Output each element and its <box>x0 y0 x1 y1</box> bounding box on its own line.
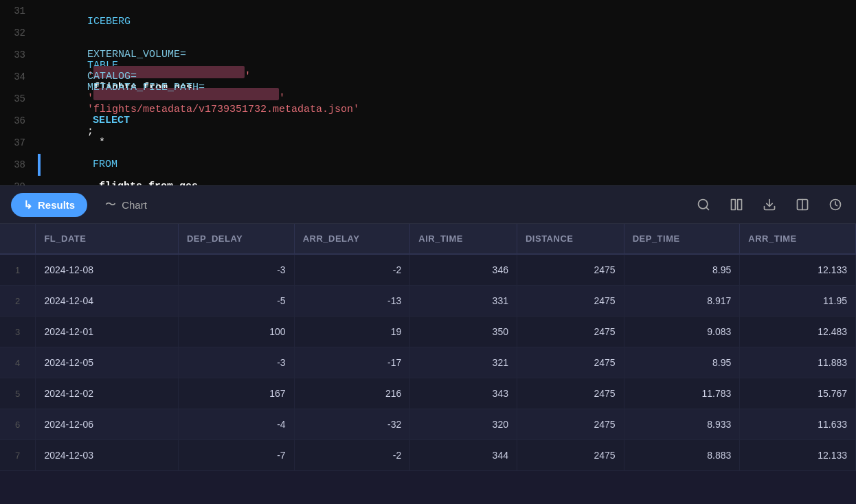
cell-air-time: 343 <box>410 378 517 409</box>
cell-arr-time: 11.883 <box>740 347 856 378</box>
toolbar-icons <box>694 195 845 214</box>
cell-rownum: 6 <box>0 409 36 440</box>
columns-icon[interactable] <box>727 195 746 214</box>
cell-distance: 2475 <box>517 317 624 347</box>
cell-distance: 2475 <box>517 347 624 378</box>
table-row: 3 2024-12-01 100 19 350 2475 9.083 12.48… <box>0 317 856 347</box>
cell-rownum: 5 <box>0 378 36 409</box>
cell-dep-time: 9.083 <box>624 317 740 347</box>
cell-dep-time: 8.95 <box>624 347 740 378</box>
cell-fl-date: 2024-12-02 <box>36 378 179 409</box>
table-header-row: FL_DATE DEP_DELAY ARR_DELAY AIR_TIME DIS… <box>0 224 856 254</box>
cell-dep-delay: -4 <box>178 409 294 440</box>
download-icon[interactable] <box>760 195 779 214</box>
svg-line-1 <box>706 207 709 210</box>
tab-bar: ↳ Results 〜 Chart <box>0 185 856 224</box>
cell-dep-time: 8.917 <box>624 286 740 317</box>
cell-arr-delay: -17 <box>294 347 410 378</box>
results-arrow-icon: ↳ <box>23 198 32 211</box>
col-header-dep-time: DEP_TIME <box>624 224 740 254</box>
cell-arr-delay: -32 <box>294 409 410 440</box>
cell-arr-time: 15.767 <box>740 378 856 409</box>
cell-dep-delay: 167 <box>178 378 294 409</box>
cell-arr-delay: -13 <box>294 286 410 317</box>
cell-arr-time: 12.483 <box>740 317 856 347</box>
cell-dep-time: 8.95 <box>624 254 740 286</box>
svg-rect-2 <box>732 200 736 210</box>
cell-dep-delay: 100 <box>178 317 294 347</box>
search-icon[interactable] <box>694 195 713 214</box>
cell-arr-time: 11.95 <box>740 286 856 317</box>
cell-dep-time: 11.783 <box>624 378 740 409</box>
table-row: 6 2024-12-06 -4 -32 320 2475 8.933 11.63… <box>0 409 856 440</box>
history-icon[interactable] <box>826 195 845 214</box>
chart-wave-icon: 〜 <box>105 198 116 212</box>
cell-fl-date: 2024-12-08 <box>36 254 179 286</box>
col-header-dep-delay: DEP_DELAY <box>178 224 294 254</box>
table-row: 5 2024-12-02 167 216 343 2475 11.783 15.… <box>0 378 856 409</box>
cell-dep-time: 8.883 <box>624 440 740 471</box>
cell-air-time: 321 <box>410 347 517 378</box>
cell-rownum: 2 <box>0 286 36 317</box>
col-header-fl-date: FL_DATE <box>36 224 179 254</box>
cell-arr-time: 11.633 <box>740 409 856 440</box>
cell-rownum: 1 <box>0 254 36 286</box>
cell-distance: 2475 <box>517 409 624 440</box>
table-row: 2 2024-12-04 -5 -13 331 2475 8.917 11.95 <box>0 286 856 317</box>
cell-rownum: 3 <box>0 317 36 347</box>
col-header-rownum <box>0 224 36 254</box>
cell-arr-time: 12.133 <box>740 440 856 471</box>
cell-arr-delay: 19 <box>294 317 410 347</box>
svg-rect-3 <box>738 200 742 210</box>
cell-air-time: 350 <box>410 317 517 347</box>
cell-distance: 2475 <box>517 440 624 471</box>
code-line-38: 38 SELECT * FROM flights_from_gcs ; <box>0 154 856 176</box>
cell-distance: 2475 <box>517 286 624 317</box>
cell-air-time: 346 <box>410 254 517 286</box>
cell-fl-date: 2024-12-01 <box>36 317 179 347</box>
col-header-distance: DISTANCE <box>517 224 624 254</box>
table-row: 4 2024-12-05 -3 -17 321 2475 8.95 11.883 <box>0 347 856 378</box>
cell-fl-date: 2024-12-05 <box>36 347 179 378</box>
cell-fl-date: 2024-12-06 <box>36 409 179 440</box>
col-header-arr-delay: ARR_DELAY <box>294 224 410 254</box>
cell-arr-delay: -2 <box>294 440 410 471</box>
results-table: FL_DATE DEP_DELAY ARR_DELAY AIR_TIME DIS… <box>0 224 856 471</box>
data-table-area: FL_DATE DEP_DELAY ARR_DELAY AIR_TIME DIS… <box>0 224 856 471</box>
cell-dep-delay: -7 <box>178 440 294 471</box>
cell-air-time: 331 <box>410 286 517 317</box>
cell-rownum: 4 <box>0 347 36 378</box>
cell-dep-delay: -5 <box>178 286 294 317</box>
cell-fl-date: 2024-12-03 <box>36 440 179 471</box>
cell-distance: 2475 <box>517 378 624 409</box>
cell-dep-delay: -3 <box>178 347 294 378</box>
tab-chart[interactable]: 〜 Chart <box>93 192 159 218</box>
layout-icon[interactable] <box>793 195 812 214</box>
cell-arr-delay: -2 <box>294 254 410 286</box>
cell-dep-time: 8.933 <box>624 409 740 440</box>
table-row: 1 2024-12-08 -3 -2 346 2475 8.95 12.133 <box>0 254 856 286</box>
cell-rownum: 7 <box>0 440 36 471</box>
cell-air-time: 344 <box>410 440 517 471</box>
cell-arr-delay: 216 <box>294 378 410 409</box>
cell-dep-delay: -3 <box>178 254 294 286</box>
cell-arr-time: 12.133 <box>740 254 856 286</box>
table-row: 7 2024-12-03 -7 -2 344 2475 8.883 12.133 <box>0 440 856 471</box>
cell-distance: 2475 <box>517 254 624 286</box>
cell-fl-date: 2024-12-04 <box>36 286 179 317</box>
tab-results[interactable]: ↳ Results <box>11 193 87 217</box>
cell-air-time: 320 <box>410 409 517 440</box>
code-editor: 31 32 CREATE ICEBERG TABLE flights_from_… <box>0 0 856 185</box>
col-header-air-time: AIR_TIME <box>410 224 517 254</box>
chart-tab-label: Chart <box>122 199 147 211</box>
results-tab-label: Results <box>38 199 75 211</box>
col-header-arr-time: ARR_TIME <box>740 224 856 254</box>
